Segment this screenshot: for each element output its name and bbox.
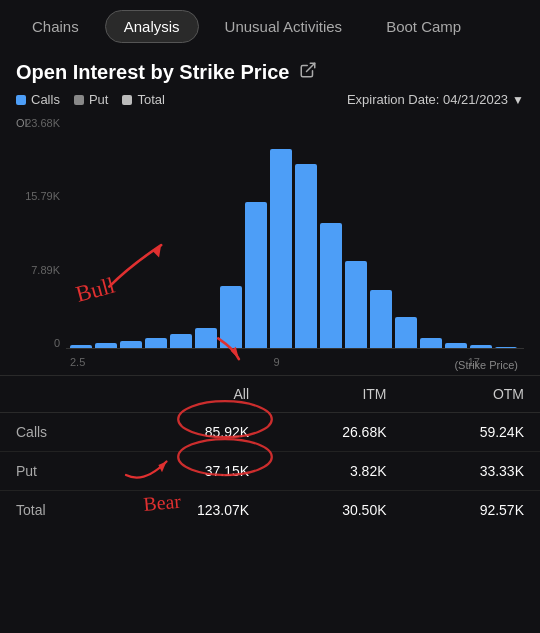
put-dot: [74, 95, 84, 105]
row-all-2: 123.07K: [114, 491, 265, 530]
bar-10: [320, 223, 342, 349]
legend-row: Calls Put Total Expiration Date: 04/21/2…: [16, 92, 524, 107]
bar-7: [245, 202, 267, 349]
row-label-1: Put: [0, 452, 114, 491]
row-label-2: Total: [0, 491, 114, 530]
row-label-0: Calls: [0, 413, 114, 452]
chart-y-labels: 23.68K 15.79K 7.89K 0: [16, 113, 66, 373]
row-all-1: 37.15K: [114, 452, 265, 491]
col-header-itm: ITM: [265, 376, 402, 413]
table-row-2: Total 123.07K 30.50K 92.57K: [0, 491, 540, 530]
page-title: Open Interest by Strike Price: [16, 61, 289, 84]
legend-put: Put: [74, 92, 109, 107]
tab-analysis[interactable]: Analysis: [105, 10, 199, 43]
row-otm-0: 59.24K: [403, 413, 540, 452]
y-label-0: 23.68K: [16, 117, 66, 129]
row-all-0: 85.92K: [114, 413, 265, 452]
chart-area: OI 23.68K 15.79K 7.89K 0 2.5 9 17 (Strik…: [16, 113, 524, 373]
bar-13: [395, 317, 417, 349]
bar-8: [270, 149, 292, 349]
total-label: Total: [137, 92, 164, 107]
put-label: Put: [89, 92, 109, 107]
calls-label: Calls: [31, 92, 60, 107]
svg-line-0: [307, 63, 315, 71]
bar-9: [295, 164, 317, 349]
calls-dot: [16, 95, 26, 105]
y-label-2: 7.89K: [16, 264, 66, 276]
bar-6: [220, 286, 242, 349]
data-table-section: All ITM OTM Calls 85.92K 26.68K 59.24K P…: [0, 375, 540, 529]
tab-chains[interactable]: Chains: [14, 11, 97, 42]
legend-calls: Calls: [16, 92, 60, 107]
x-label-1: 9: [273, 356, 279, 368]
tab-unusual[interactable]: Unusual Activities: [207, 11, 361, 42]
total-dot: [122, 95, 132, 105]
export-icon[interactable]: [299, 61, 317, 84]
row-otm-1: 33.33K: [403, 452, 540, 491]
data-table: All ITM OTM Calls 85.92K 26.68K 59.24K P…: [0, 376, 540, 529]
row-itm-0: 26.68K: [265, 413, 402, 452]
tab-bootcamp[interactable]: Boot Camp: [368, 11, 479, 42]
bar-11: [345, 261, 367, 349]
table-row-1: Put 37.15K 3.82K 33.33K: [0, 452, 540, 491]
y-label-3: 0: [16, 337, 66, 349]
page-title-row: Open Interest by Strike Price: [0, 53, 540, 88]
chart-bars: [66, 113, 524, 349]
table-row-0: Calls 85.92K 26.68K 59.24K: [0, 413, 540, 452]
row-otm-2: 92.57K: [403, 491, 540, 530]
x-label-0: 2.5: [70, 356, 85, 368]
strike-price-label: (Strike Price): [454, 359, 518, 371]
table-header-row: All ITM OTM: [0, 376, 540, 413]
bar-4: [170, 334, 192, 349]
nav-bar: Chains Analysis Unusual Activities Boot …: [0, 0, 540, 53]
chart-section: Calls Put Total Expiration Date: 04/21/2…: [0, 88, 540, 373]
bar-5: [195, 328, 217, 349]
legend-total: Total: [122, 92, 164, 107]
col-header-otm: OTM: [403, 376, 540, 413]
bar-12: [370, 290, 392, 349]
col-header-all: All: [114, 376, 265, 413]
col-header-label: [0, 376, 114, 413]
expiration-chevron[interactable]: ▼: [512, 93, 524, 107]
expiration-label[interactable]: Expiration Date: 04/21/2023 ▼: [347, 92, 524, 107]
row-itm-1: 3.82K: [265, 452, 402, 491]
y-label-1: 15.79K: [16, 190, 66, 202]
legend-items: Calls Put Total: [16, 92, 165, 107]
zero-line: [66, 348, 524, 349]
row-itm-2: 30.50K: [265, 491, 402, 530]
